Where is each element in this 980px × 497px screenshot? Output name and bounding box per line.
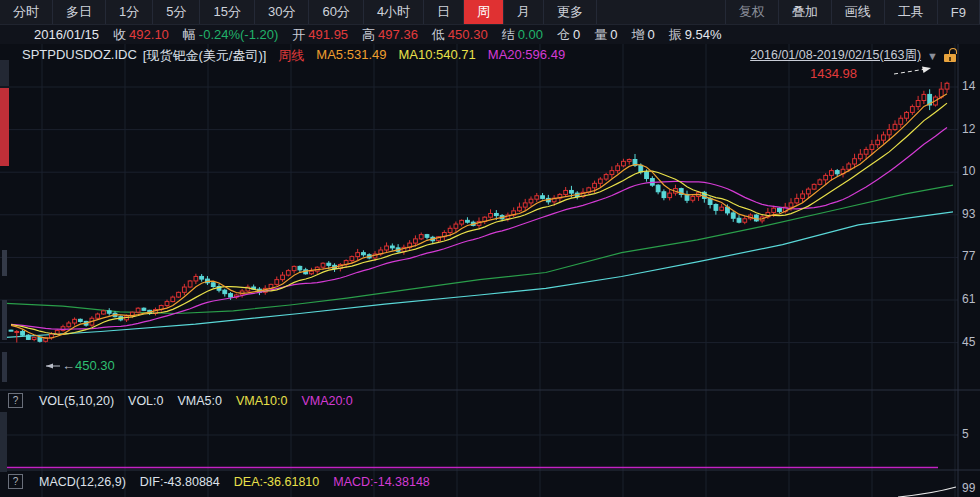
tool-工具[interactable]: 工具 [885, 0, 938, 24]
quote-field: 收492.10 [113, 26, 169, 44]
low-price-annotation: ←450.30 [62, 358, 115, 373]
quote-fields: 收492.10幅-0.24%(-1.20)开491.95高497.36低450.… [113, 26, 735, 44]
price-axis-label: 93 [962, 207, 975, 221]
quote-field: 结0.00 [502, 26, 543, 44]
period-tab-多日[interactable]: 多日 [53, 0, 106, 24]
period-tab-日[interactable]: 日 [424, 0, 464, 24]
tool-复权[interactable]: 复权 [725, 0, 779, 24]
price-axis-label: 99 [962, 481, 975, 495]
period-tabs: 分时多日1分5分15分30分60分4小时日周月更多 [0, 0, 597, 24]
quote-field: 幅-0.24%(-1.20) [183, 26, 278, 44]
help-icon[interactable]: ? [8, 393, 23, 408]
lock-icon[interactable] [944, 52, 956, 62]
period-tab-更多[interactable]: 更多 [544, 0, 597, 24]
volume-pane-header: ? VOL(5,10,20) VOL:0 VMA5:0 VMA10:0 VMA2… [8, 393, 353, 408]
price-axis-label: 12 [962, 122, 975, 136]
ma5-legend: MA5:531.49 [316, 47, 386, 65]
period-tab-分时[interactable]: 分时 [0, 0, 53, 24]
tool-F9[interactable]: F9 [938, 0, 980, 24]
sidebar-tab-fragment[interactable] [0, 60, 9, 86]
period-tab-5分[interactable]: 5分 [153, 0, 200, 24]
ma20-legend: MA20:596.49 [488, 47, 565, 65]
period-tab-1分[interactable]: 1分 [106, 0, 153, 24]
vol-indicator-name: VOL(5,10,20) [39, 394, 114, 408]
vma20-value: VMA20:0 [301, 394, 352, 408]
price-axis-label: 77 [962, 249, 975, 263]
macd-indicator-name: MACD(12,26,9) [39, 475, 126, 489]
top-toolbar: 分时多日1分5分15分30分60分4小时日周月更多 复权叠加画线工具F9 [0, 0, 980, 25]
macd-pane-header: ? MACD(12,26,9) DIF:-43.80884 DEA:-36.61… [8, 474, 430, 489]
quote-field: 量0 [594, 26, 617, 44]
price-axis-label: 45 [962, 335, 975, 349]
date-range-selector[interactable]: 2016/01/08-2019/02/15(163周) [750, 47, 921, 64]
chevron-down-icon[interactable]: ▼ [927, 50, 938, 62]
dea-value: DEA:-36.61810 [234, 475, 319, 489]
period-tab-60分[interactable]: 60分 [309, 0, 363, 24]
chart-header: SPTPDUSDOZ.IDC [现货钯金(美元/盎司)] 周线 MA5:531.… [22, 47, 565, 65]
left-arrow-icon: ← [62, 358, 75, 373]
period-label: 周线 [278, 47, 304, 65]
tool-画线[interactable]: 画线 [832, 0, 885, 24]
quote-field: 高497.36 [362, 26, 418, 44]
period-tab-周[interactable]: 周 [464, 0, 504, 24]
candlestick-chart-canvas[interactable] [0, 44, 980, 497]
sidebar-tab-fragment[interactable] [2, 250, 7, 276]
macd-value: MACD:-14.38148 [333, 475, 430, 489]
quote-date: 2016/01/15 [34, 27, 99, 42]
quote-field: 振9.54% [669, 26, 722, 44]
period-tab-4小时[interactable]: 4小时 [364, 0, 424, 24]
quote-field: 开491.95 [292, 26, 348, 44]
vma10-value: VMA10:0 [236, 394, 287, 408]
help-icon[interactable]: ? [8, 474, 23, 489]
price-axis-label: 61 [962, 292, 975, 306]
tool-叠加[interactable]: 叠加 [779, 0, 832, 24]
price-axis-label: 14 [962, 79, 975, 93]
ma10-legend: MA10:540.71 [398, 47, 475, 65]
sidebar-tab-fragment[interactable] [0, 412, 7, 472]
period-tab-30分[interactable]: 30分 [255, 0, 309, 24]
quote-info-bar: 2016/01/15 收492.10幅-0.24%(-1.20)开491.95高… [0, 25, 980, 44]
sidebar-tab-fragment[interactable] [2, 352, 7, 382]
quote-field: 增0 [631, 26, 654, 44]
chart-area[interactable]: SPTPDUSDOZ.IDC [现货钯金(美元/盎司)] 周线 MA5:531.… [0, 44, 980, 497]
toolbar-right-tools: 复权叠加画线工具F9 [725, 0, 980, 24]
period-tab-15分[interactable]: 15分 [200, 0, 254, 24]
dif-value: DIF:-43.80884 [140, 475, 220, 489]
vma5-value: VMA5:0 [177, 394, 221, 408]
quote-field: 低450.30 [432, 26, 488, 44]
sidebar-tab-fragment[interactable] [2, 300, 7, 340]
quote-field: 仓0 [557, 26, 580, 44]
price-axis-label: 10 [962, 164, 975, 178]
symbol-name: [现货钯金(美元/盎司)] [143, 47, 267, 65]
period-tab-月[interactable]: 月 [504, 0, 544, 24]
high-price-annotation: 1434.98 [810, 66, 857, 81]
date-range-box: 2016/01/08-2019/02/15(163周) ▼ [750, 47, 956, 64]
symbol-code: SPTPDUSDOZ.IDC [22, 47, 137, 65]
price-axis-label: 5 [962, 427, 969, 441]
vol-value: VOL:0 [128, 394, 163, 408]
sidebar-active-tab-fragment[interactable] [0, 88, 9, 166]
